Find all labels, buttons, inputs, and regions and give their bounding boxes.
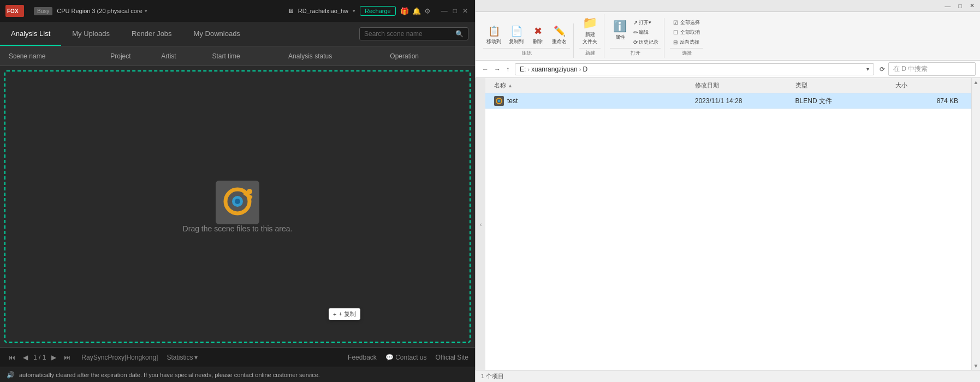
col-analysis-status: Analysis status — [288, 52, 390, 60]
address-dropdown-arrow[interactable]: ▾ — [866, 66, 869, 72]
search-icon[interactable]: 🔍 — [455, 30, 464, 38]
nav-forward-button[interactable]: → — [492, 64, 503, 74]
notification-bar: 🔊 automatically cleared after the expira… — [0, 367, 475, 382]
col-type-header[interactable]: 类型 — [795, 80, 896, 91]
tab-my-uploads[interactable]: My Uploads — [61, 22, 121, 46]
new-folder-button[interactable]: 📁 新建文件夹 — [579, 14, 601, 47]
search-placeholder: Search scene name — [364, 30, 423, 38]
col-name-header[interactable]: 名称 ▲ — [494, 80, 695, 91]
file-name-cell: test — [494, 96, 695, 106]
tab-render-jobs[interactable]: Render Jobs — [121, 22, 183, 46]
history-btn[interactable]: ⟳ 历史记录 — [631, 38, 661, 47]
gift-icon[interactable]: 🎁 — [400, 7, 409, 15]
region-dropdown-arrow[interactable]: ▾ — [145, 8, 147, 14]
nav-pane-collapse-button[interactable]: ‹ — [476, 78, 485, 370]
tab-analysis-list[interactable]: Analysis List — [0, 22, 61, 46]
properties-icon: ℹ️ — [613, 20, 627, 33]
new-section-label: 新建 — [579, 48, 601, 58]
delete-button[interactable]: ✖ 删除 — [528, 23, 548, 47]
nav-up-button[interactable]: ↑ — [504, 64, 512, 74]
pagination: ⏮ ◀ 1 / 1 ▶ ⏭ — [7, 353, 73, 362]
tab-my-downloads[interactable]: My Downloads — [183, 22, 251, 46]
col-size-header[interactable]: 大小 — [895, 80, 963, 91]
user-icon: 🖥 — [288, 8, 294, 14]
properties-button[interactable]: ℹ️ 属性 — [610, 18, 630, 47]
address-path[interactable]: E: › xuanrangziyuan › D ▾ — [515, 63, 874, 75]
nav-back-button[interactable]: ← — [480, 64, 491, 74]
address-nav: ← → ↑ — [480, 64, 512, 74]
explorer-minimize-button[interactable]: — — [942, 3, 953, 9]
ribbon-section-open: ℹ️ 属性 ↗ 打开▾ ✏ 编辑 ⟳ — [607, 18, 664, 58]
file-modified: 2023/11/1 14:28 — [695, 97, 795, 105]
ribbon-section-organize: 📋 移动到 📄 复制到 ✖ 删除 ✏️ 重命名 — [480, 23, 574, 58]
edit-btn[interactable]: ✏ 编辑 — [631, 28, 661, 37]
explorer-close-button[interactable]: ✕ — [967, 2, 977, 9]
settings-icon[interactable]: ⚙ — [424, 7, 431, 15]
contact-us-link[interactable]: 💬 Contact us — [385, 354, 427, 361]
search-box[interactable]: Search scene name 🔍 — [359, 27, 468, 40]
scroll-up-button[interactable]: ▲ — [973, 79, 979, 85]
svg-point-5 — [235, 199, 240, 204]
maximize-button[interactable]: □ — [452, 7, 459, 15]
search-area: Search scene name 🔍 — [359, 22, 475, 46]
window-controls: — □ ✕ — [439, 7, 470, 15]
blender-icon — [216, 181, 259, 224]
footer: ⏮ ◀ 1 / 1 ▶ ⏭ RaySyncProxy[Hongkong] Sta… — [0, 347, 475, 367]
page-info: 1 / 1 — [33, 354, 46, 361]
explorer-search-input[interactable]: 在 D 中搜索 — [888, 62, 976, 76]
explorer-maximize-button[interactable]: □ — [956, 3, 964, 9]
drop-zone-text: Drag the scene files to this area. — [183, 224, 293, 233]
fox-logo-icon: FOX — [5, 5, 24, 17]
contact-icon: 💬 — [385, 354, 394, 361]
first-page-button[interactable]: ⏮ — [7, 353, 17, 362]
history-icon: ⟳ — [633, 39, 638, 45]
select-all-button[interactable]: ☑ 全部选择 — [670, 18, 703, 27]
move-to-button[interactable]: 📋 移动到 — [483, 23, 504, 47]
svg-point-7 — [247, 189, 252, 194]
official-site-link[interactable]: Official Site — [436, 354, 468, 361]
svg-text:FOX: FOX — [7, 8, 19, 14]
renderfarm-panel: FOX Busy CPU Region 3 (20 physical core … — [0, 0, 475, 382]
cpu-region: CPU Region 3 (20 physical core ▾ — [57, 8, 147, 14]
footer-right-links: Feedback 💬 Contact us Official Site — [348, 354, 468, 361]
select-none-button[interactable]: ☐ 全部取消 — [670, 28, 703, 37]
content-area: ‹ 名称 ▲ 修改日期 类型 大小 — [476, 78, 980, 370]
copy-badge: + + 复制 — [329, 308, 360, 320]
path-drive: E: — [520, 65, 526, 73]
tab-bar: Analysis List My Uploads Render Jobs My … — [0, 22, 475, 46]
open-btn[interactable]: ↗ 打开▾ — [631, 18, 661, 27]
feedback-link[interactable]: Feedback — [348, 354, 377, 361]
invert-selection-button[interactable]: ⊟ 反向选择 — [670, 38, 703, 47]
col-scene-name: Scene name — [9, 52, 110, 60]
statistics-link[interactable]: Statistics ▾ — [167, 354, 198, 361]
rename-button[interactable]: ✏️ 重命名 — [549, 23, 570, 47]
copy-to-button[interactable]: 📄 复制到 — [506, 23, 527, 47]
blender-file-icon — [494, 96, 504, 106]
next-page-button[interactable]: ▶ — [49, 353, 58, 362]
col-project: Project — [110, 52, 161, 60]
col-modified-header[interactable]: 修改日期 — [695, 80, 795, 91]
recharge-button[interactable]: Recharge — [360, 6, 396, 16]
user-dropdown-arrow[interactable]: ▾ — [353, 8, 355, 14]
scroll-down-button[interactable]: ▼ — [973, 363, 979, 369]
minimize-button[interactable]: — — [439, 7, 449, 15]
last-page-button[interactable]: ⏭ — [62, 353, 73, 362]
explorer-statusbar: 1 个项目 — [476, 370, 980, 382]
close-button[interactable]: ✕ — [461, 7, 470, 15]
address-refresh-button[interactable]: ⟳ — [880, 65, 885, 73]
select-all-icon: ☑ — [673, 20, 678, 26]
invert-icon: ⊟ — [673, 39, 678, 45]
prev-page-button[interactable]: ◀ — [21, 353, 30, 362]
ribbon-section-new: 📁 新建文件夹 新建 — [576, 14, 604, 58]
ribbon-section-select: ☑ 全部选择 ☐ 全部取消 ⊟ 反向选择 选择 — [667, 18, 706, 58]
notification-text: automatically cleared after the expirati… — [19, 372, 320, 378]
organize-section-label: 组织 — [483, 48, 570, 58]
file-list-area: 名称 ▲ 修改日期 类型 大小 — [485, 78, 971, 370]
col-artist: Artist — [161, 52, 212, 60]
table-header: Scene name Project Artist Start time Ana… — [0, 46, 475, 66]
windows-explorer-panel: — □ ✕ 📋 移动到 📄 复制到 ✖ 删除 — [475, 0, 980, 382]
drop-zone[interactable]: Drag the scene files to this area. + + 复… — [4, 70, 471, 343]
file-row[interactable]: test 2023/11/1 14:28 BLEND 文件 874 KB — [485, 93, 971, 109]
bell-icon[interactable]: 🔔 — [412, 7, 421, 15]
sort-name-icon: ▲ — [508, 83, 513, 88]
